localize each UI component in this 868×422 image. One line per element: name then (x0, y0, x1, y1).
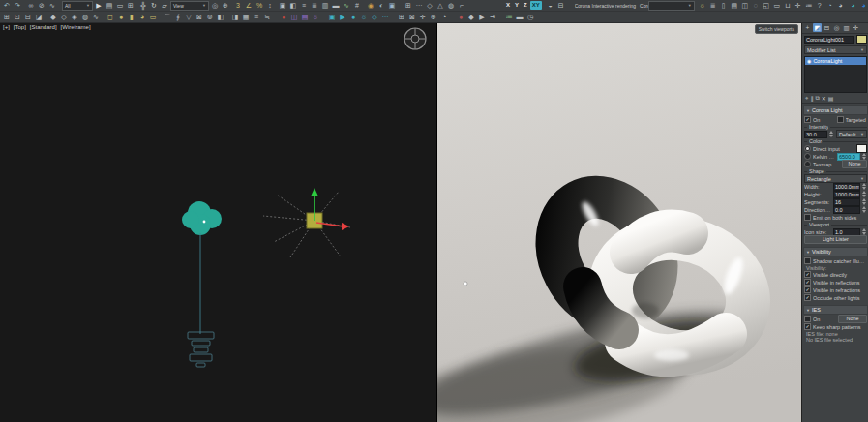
visible-in-refractions-checkbox[interactable]: ✓ (804, 286, 811, 293)
prompt-toggle-icon[interactable]: ▬ (515, 13, 524, 22)
create-plane-icon[interactable]: ▭ (148, 13, 158, 22)
spin-up-icon[interactable] (862, 191, 866, 194)
schematic-view-icon[interactable]: # (352, 1, 362, 11)
axis-constraint-z-button[interactable]: Z (522, 1, 529, 10)
display-floater-icon[interactable]: ▯ (719, 1, 729, 11)
named-selection-sets-dropdown[interactable]: ▼ (648, 1, 695, 11)
percent-snap-toggle-icon[interactable]: % (254, 1, 264, 11)
help-icon[interactable]: ? (815, 1, 824, 11)
occlude-other-lights-checkbox[interactable]: ✓ (804, 294, 811, 301)
viewport-shading-label[interactable]: [Wireframe] (61, 24, 91, 30)
snap-to-grid-icon[interactable]: ⊞ (2, 13, 12, 22)
none-button[interactable]: None (838, 315, 867, 323)
set-key-icon[interactable]: ◆ (466, 13, 476, 22)
grab-viewport-icon[interactable]: ◱ (762, 1, 771, 11)
tab-create[interactable]: + (803, 23, 812, 32)
stack-item-coronalight[interactable]: ◉CoronaLight (805, 57, 866, 65)
direct-input-radio[interactable] (804, 145, 811, 152)
height-field[interactable]: 1000.0mm (833, 191, 860, 198)
select-and-link-icon[interactable]: ∞ (26, 1, 36, 11)
select-and-move-icon[interactable]: ╬ (138, 1, 148, 11)
curve-editor-icon[interactable]: ∿ (342, 1, 351, 11)
targeted-checkbox[interactable] (837, 116, 844, 123)
align-2-icon[interactable]: ≡ (252, 13, 261, 22)
corona-toolbar-light-icon[interactable]: ☼ (359, 13, 369, 22)
tab-utilities[interactable]: ✛ (852, 23, 860, 32)
spin-up-icon[interactable] (829, 131, 833, 134)
tab-hierarchy[interactable]: ⊟ (823, 23, 831, 32)
select-and-rotate-icon[interactable]: ↻ (149, 1, 159, 11)
tab-motion[interactable]: ◎ (832, 23, 841, 32)
select-object-icon[interactable]: ▶ (94, 1, 104, 11)
corona-light-gizmo[interactable] (263, 188, 350, 257)
directionality-field[interactable]: 0.0 (833, 206, 860, 214)
absolute-relative-coords-icon[interactable]: ⊟ (556, 1, 566, 11)
width-field[interactable]: 1000.0mm (833, 183, 860, 191)
state-set-camera-icon[interactable]: ◫ (289, 13, 299, 22)
light-lister-button[interactable]: Light Lister (804, 235, 867, 244)
ring-select-icon[interactable]: ◈ (70, 13, 79, 22)
snap-to-vertex-icon[interactable]: ⊡ (13, 13, 22, 22)
customize-ui-icon[interactable]: ✛ (793, 1, 803, 11)
spinner-arrows[interactable] (862, 191, 867, 197)
select-and-scale-icon[interactable]: ▱ (160, 1, 169, 11)
modifier-shell-icon[interactable]: ⊚ (205, 13, 215, 22)
corona-toolbar-scatter-icon[interactable]: ⋯ (380, 13, 390, 22)
spinner-arrows[interactable] (862, 228, 867, 235)
scene-states-icon[interactable]: ▤ (730, 1, 739, 11)
render-last-icon[interactable]: ◕ (836, 1, 846, 11)
maxscript-listener-icon[interactable]: ≔ (804, 1, 814, 11)
spin-up-icon[interactable] (862, 153, 866, 156)
corona-toolbar-proxy-icon[interactable]: ◇ (370, 13, 379, 22)
mirror-tool-icon[interactable]: ◨ (230, 13, 240, 22)
rendered-frame-window-icon[interactable]: ▣ (387, 1, 397, 11)
play-animation-icon[interactable]: ▶ (477, 13, 487, 22)
zoom-extents-icon[interactable]: ⊕ (429, 13, 438, 22)
shadow-catcher-illuminator-checkbox[interactable] (804, 257, 811, 264)
array-tool-icon[interactable]: ⊞ (404, 1, 413, 11)
texmap-radio[interactable] (804, 161, 811, 167)
spin-down-icon[interactable] (862, 187, 866, 190)
kelvin-temp-radio[interactable] (804, 153, 811, 160)
axis-constraint-x-button[interactable]: X (504, 1, 512, 10)
toggle-ribbon-icon[interactable]: ▬ (331, 1, 341, 11)
go-to-end-icon[interactable]: ⇥ (488, 13, 497, 22)
remove-modifier-icon[interactable]: ✕ (822, 95, 826, 102)
modifier-stack[interactable]: ◉CoronaLight (804, 56, 867, 93)
modifier-taper-icon[interactable]: ▽ (184, 13, 194, 22)
snap-to-face-icon[interactable]: ◪ (34, 13, 44, 22)
place-highlight-icon[interactable]: ◌ (751, 1, 761, 11)
state-set-layers-icon[interactable]: ▤ (300, 13, 310, 22)
create-teapot-icon[interactable]: ◕ (137, 13, 147, 22)
soft-selection-icon[interactable]: ◍ (80, 13, 90, 22)
scene-explorer-icon[interactable]: ▥ (320, 1, 330, 11)
spinner-arrows[interactable] (862, 206, 867, 213)
reference-coordinate-system-dropdown[interactable]: View▼ (170, 1, 209, 11)
state-set-lights-icon[interactable]: ☼ (311, 13, 320, 22)
emit-on-both-sides-checkbox[interactable] (804, 214, 811, 221)
select-and-manipulate-icon[interactable]: ⊕ (221, 1, 230, 11)
redo-icon[interactable]: ↷ (13, 1, 22, 11)
corona-toolbar-material-icon[interactable]: ● (348, 13, 358, 22)
render-production-teapot-icon[interactable]: ◕ (849, 1, 858, 11)
viewcube[interactable] (404, 28, 426, 49)
material-editor-icon[interactable]: ◉ (366, 1, 375, 11)
isolate-selection-icon[interactable]: ◍ (446, 1, 456, 11)
state-set-record-icon[interactable]: ● (279, 13, 288, 22)
viewport-view-label[interactable]: [Top] (14, 24, 26, 30)
pin-stack-icon[interactable]: ⌖ (805, 95, 808, 102)
spin-down-icon[interactable] (862, 195, 866, 197)
on-checkbox[interactable]: ✓ (804, 116, 811, 123)
show-end-result-icon[interactable]: ∥ (810, 95, 813, 102)
default-units-dropdown[interactable]: Default▼ (836, 130, 867, 138)
window-crossing-icon[interactable]: ⊞ (126, 1, 135, 11)
quick-align-icon[interactable]: ≒ (262, 13, 272, 22)
corona-toolbar-vfb-icon[interactable]: ▣ (327, 13, 337, 22)
spin-down-icon[interactable] (829, 135, 833, 137)
polygon-modeling-icon[interactable]: ◆ (48, 13, 58, 22)
corona-toolbar-interactive-icon[interactable]: ▶ (338, 13, 347, 22)
unlink-selection-icon[interactable]: ⊘ (37, 1, 46, 11)
rollout-header-visibility[interactable]: ▼Visibility (803, 247, 868, 256)
spinner-arrows[interactable] (829, 131, 834, 137)
keep-sharp-patterns-checkbox[interactable]: ✓ (804, 323, 811, 330)
